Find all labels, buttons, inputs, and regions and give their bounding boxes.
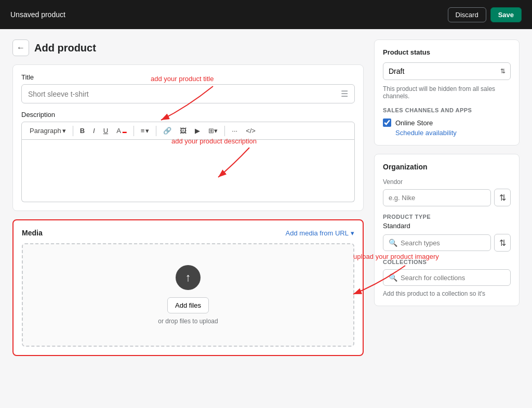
title-input-wrapper[interactable]: ☰ [21,84,355,103]
image-button[interactable]: 🖼 [176,124,190,137]
product-type-value: Standard [383,222,511,230]
text-color-button[interactable]: A ▬ [113,124,130,137]
right-column: Product status Draft Active This product… [374,40,520,314]
add-media-url-link[interactable]: Add media from URL ▾ [286,229,354,237]
top-nav-title: Unsaved product [10,10,65,19]
editor-toolbar: Paragraph ▾ B I U A ▬ ≡▾ 🔗 🖼 ▶ [21,122,355,140]
align-chevron: ▾ [145,127,149,135]
toolbar-divider-3 [156,126,156,136]
vendor-stepper[interactable]: ⇅ [494,189,511,206]
search-collections-icon: 🔍 [389,273,397,282]
organization-title: Organization [383,163,511,171]
product-details-card: Title ☰ Description Paragraph ▾ B I U [12,64,364,211]
collections-label: COLLECTIONS [383,259,511,265]
status-hint: This product will be hidden from all sal… [383,85,511,100]
online-store-row: Online Store [383,119,511,127]
add-files-button[interactable]: Add files [167,297,209,313]
product-status-title: Product status [383,48,511,56]
status-select-wrapper[interactable]: Draft Active [383,62,511,80]
play-button[interactable]: ▶ [191,124,204,137]
search-types-input[interactable] [401,239,485,247]
link-button[interactable]: 🔗 [159,124,175,137]
status-select[interactable]: Draft Active [383,62,511,80]
collections-hint: Add this product to a collection so it's [383,290,511,297]
save-button[interactable]: Save [490,7,522,22]
upload-hint: or drop files to upload [158,318,218,325]
title-input[interactable] [28,90,341,98]
vendor-label: Vendor [383,178,511,186]
page-header: ← Add product [12,40,364,56]
vendor-row: ⇅ [383,189,511,206]
page-title: Add product [34,42,96,54]
search-collections-input[interactable] [401,274,505,282]
top-nav: Unsaved product Discard Save [0,0,532,29]
search-collections-wrapper[interactable]: 🔍 [383,269,511,286]
sales-channels-label: SALES CHANNELS AND APPS [383,107,511,113]
media-header: Media Add media from URL ▾ [22,229,354,237]
search-types-stepper[interactable]: ⇅ [494,234,511,252]
upload-area[interactable]: ↑ Add files or drop files to upload [22,243,354,347]
online-store-checkbox[interactable] [383,119,391,127]
search-types-row: 🔍 ⇅ [383,234,511,252]
vendor-input[interactable] [383,189,491,206]
italic-button[interactable]: I [89,124,99,137]
table-button[interactable]: ⊞▾ [205,124,221,137]
align-button[interactable]: ≡▾ [137,124,153,137]
paragraph-dropdown[interactable]: Paragraph ▾ [26,124,70,137]
upload-icon: ↑ [176,265,201,290]
online-store-label[interactable]: Online Store [395,119,433,127]
page-wrapper: ← Add product Title ☰ Description Paragr… [0,29,532,375]
paragraph-chevron-icon: ▾ [62,127,66,135]
organization-card: Organization Vendor ⇅ PRODUCT TYPE Stand… [374,154,520,306]
bold-button[interactable]: B [76,124,88,137]
underline-button[interactable]: U [100,124,112,137]
title-label: Title [21,73,355,81]
back-button[interactable]: ← [12,40,29,56]
product-type-label: PRODUCT TYPE [383,214,511,220]
description-label: Description [21,111,355,119]
add-media-chevron-icon: ▾ [351,229,354,237]
toolbar-divider-2 [134,126,134,136]
toolbar-divider-1 [73,126,73,136]
media-title: Media [22,229,43,237]
search-types-icon: 🔍 [389,239,397,247]
code-button[interactable]: </> [242,124,259,137]
top-nav-actions: Discard Save [448,7,522,22]
title-icon: ☰ [341,89,348,99]
search-types-wrapper[interactable]: 🔍 [383,234,491,251]
description-editor[interactable] [21,140,355,202]
more-options-button[interactable]: ··· [228,124,241,137]
page-content: ← Add product Title ☰ Description Paragr… [0,29,532,375]
product-status-card: Product status Draft Active This product… [374,40,520,146]
discard-button[interactable]: Discard [448,7,486,22]
toolbar-divider-4 [224,126,225,136]
left-column: ← Add product Title ☰ Description Paragr… [12,40,364,364]
media-card: Media Add media from URL ▾ ↑ Add files o… [12,219,364,356]
schedule-availability-link[interactable]: Schedule availability [395,129,511,137]
